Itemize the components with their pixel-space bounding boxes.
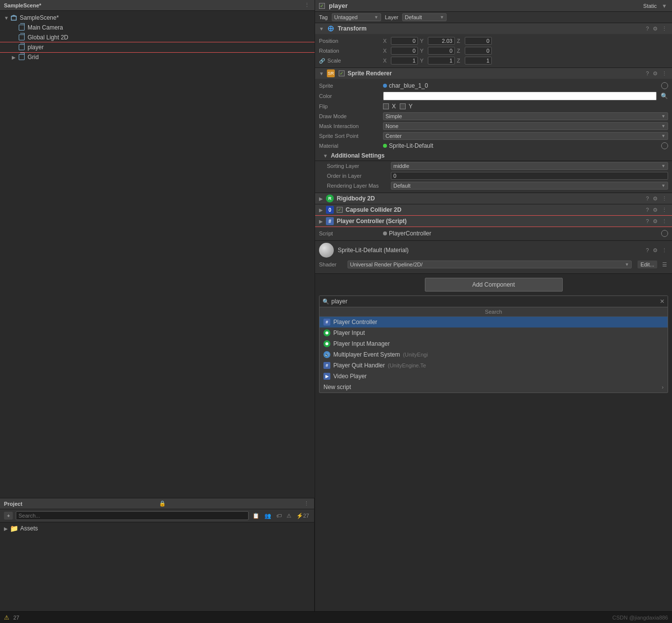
flip-y-checkbox[interactable]	[400, 103, 406, 109]
rigidbody2d-more-icon[interactable]: ⋮	[661, 196, 668, 202]
capsule-checkbox[interactable]	[337, 207, 343, 213]
project-add-button[interactable]: +	[4, 512, 13, 520]
sprite-target-icon[interactable]	[661, 82, 668, 89]
sprite-renderer-more-icon[interactable]: ⋮	[661, 70, 668, 77]
material-settings-icon[interactable]: ⚙	[652, 247, 659, 254]
new-script-result-label: New script	[323, 384, 351, 391]
position-z-input[interactable]: 0	[465, 37, 492, 45]
rotation-z-input[interactable]: 0	[465, 47, 492, 55]
material-target-icon[interactable]	[661, 142, 668, 149]
scale-x-label: X	[383, 58, 389, 64]
sprite-renderer-checkbox[interactable]	[339, 70, 345, 76]
flip-x-checkbox[interactable]	[383, 103, 389, 109]
project-three-dots[interactable]: ⋮	[303, 500, 310, 507]
rigidbody2d-help-icon[interactable]: ?	[645, 196, 650, 202]
project-icon4[interactable]: ⚠	[286, 513, 292, 519]
add-component-button[interactable]: Add Component	[425, 278, 563, 292]
rigidbody2d-title: Rigidbody 2D	[337, 195, 375, 202]
playercontroller-icon: #	[326, 217, 334, 225]
pos-x-label: X	[383, 38, 389, 44]
search-component-input[interactable]	[331, 298, 658, 305]
search-result-player-controller[interactable]: # Player Controller	[320, 317, 668, 328]
search-result-player-input-manager[interactable]: Player Input Manager	[320, 338, 668, 349]
layer-dropdown[interactable]: Default ▼	[402, 13, 447, 21]
multiplayer-result-dim: (UnityEngi	[403, 352, 428, 358]
transform-settings-icon[interactable]: ⚙	[652, 26, 659, 32]
project-lock-icon[interactable]: 🔒	[158, 500, 167, 507]
additional-settings-header[interactable]: ▼ Additional Settings	[315, 151, 672, 161]
position-x-input[interactable]: 0	[391, 37, 418, 45]
capsule-settings-icon[interactable]: ⚙	[652, 207, 659, 213]
color-picker[interactable]	[383, 92, 657, 100]
sprite-renderer-settings-icon[interactable]: ⚙	[652, 70, 659, 77]
project-icon3[interactable]: 🏷	[275, 513, 283, 519]
order-in-layer-input[interactable]: 0	[391, 172, 668, 180]
rigidbody2d-header[interactable]: ▶ R Rigidbody 2D ? ⚙ ⋮	[315, 193, 672, 204]
sorting-layer-dropdown[interactable]: middle ▼	[391, 162, 668, 170]
rotation-y-input[interactable]: 0	[428, 47, 455, 55]
scale-z-input[interactable]: 1	[465, 57, 492, 65]
sprite-expand-arrow: ▼	[319, 71, 324, 76]
hierarchy-item-grid[interactable]: ▶ Grid	[0, 52, 315, 62]
scale-y-input[interactable]: 1	[428, 57, 455, 65]
capsule-more-icon[interactable]: ⋮	[661, 207, 668, 213]
sprite-sort-point-dropdown[interactable]: Center ▼	[383, 132, 668, 140]
search-clear-icon[interactable]: ✕	[660, 298, 665, 305]
hierarchy-three-dots[interactable]: ⋮	[303, 2, 311, 8]
draw-mode-dropdown[interactable]: Simple ▼	[383, 112, 668, 120]
script-target-icon[interactable]	[661, 230, 668, 237]
assets-folder[interactable]: ▶ 📁 Assets	[4, 525, 38, 532]
mask-interaction-dropdown[interactable]: None ▼	[383, 122, 668, 130]
search-result-multiplayer-event[interactable]: 🔊 Multiplayer Event System (UnityEngi	[320, 349, 668, 360]
rotation-x-input[interactable]: 0	[391, 47, 418, 55]
position-y-input[interactable]: 2.03	[428, 37, 455, 45]
static-dropdown-arrow[interactable]: ▼	[661, 3, 668, 9]
material-more-icon[interactable]: ⋮	[661, 247, 668, 254]
transform-more-icon[interactable]: ⋮	[661, 26, 668, 32]
project-panel: Project 🔒 ⋮ + 📋 👥 🏷 ⚠ ⚡27 ▶ 📁	[0, 498, 315, 611]
hierarchy-item-samplescene[interactable]: ▼ SampleScene*	[0, 13, 315, 23]
color-dropper-icon[interactable]: 🔍	[661, 93, 668, 99]
shader-menu-icon[interactable]: ☰	[661, 262, 668, 268]
mask-interaction-row: Mask Interaction None ▼	[315, 121, 672, 131]
playercontroller-header[interactable]: ▶ # Player Controller (Script) ? ⚙ ⋮	[315, 216, 672, 227]
hierarchy-item-player[interactable]: player	[0, 42, 315, 52]
pc-help-icon[interactable]: ?	[645, 218, 650, 225]
sprite-renderer-header[interactable]: ▼ SR Sprite Renderer ? ⚙ ⋮	[315, 68, 672, 79]
search-result-video-player[interactable]: ▶ Video Player	[320, 371, 668, 382]
transform-header[interactable]: ▼ Transform ? ⚙ ⋮	[315, 23, 672, 34]
search-result-player-quit[interactable]: # Player Quit Handler (UnityEngine.Te	[320, 360, 668, 371]
shader-edit-button[interactable]: Edit...	[638, 261, 657, 268]
pc-more-icon[interactable]: ⋮	[661, 218, 668, 225]
material-section-icons: ? ⚙ ⋮	[645, 247, 668, 254]
rot-y-label: Y	[420, 48, 426, 54]
tag-dropdown[interactable]: Untagged ▼	[332, 13, 381, 21]
object-active-checkbox[interactable]	[319, 3, 325, 9]
sprite-renderer-help-icon[interactable]: ?	[645, 70, 650, 77]
pc-settings-icon[interactable]: ⚙	[652, 218, 659, 225]
project-title: Project	[4, 501, 22, 507]
rendering-layer-dropdown[interactable]: Default ▼	[391, 182, 668, 190]
samplescene-label: SampleScene*	[20, 14, 59, 21]
project-icon1[interactable]: 📋	[252, 513, 260, 519]
rigidbody2d-settings-icon[interactable]: ⚙	[652, 196, 659, 202]
hierarchy-item-globallight[interactable]: Global Light 2D	[0, 33, 315, 42]
project-search-input[interactable]	[16, 511, 248, 520]
assets-folder-label: Assets	[20, 525, 38, 532]
pos-z-label: Z	[457, 38, 463, 44]
multiplayer-result-label: Multiplayer Event System	[333, 351, 400, 358]
player-quit-result-icon: #	[323, 362, 330, 369]
material-help-icon[interactable]: ?	[645, 247, 650, 254]
transform-help-icon[interactable]: ?	[645, 26, 650, 32]
transform-component-icons: ? ⚙ ⋮	[645, 26, 668, 32]
search-result-player-input[interactable]: Player Input	[320, 328, 668, 338]
capsule-help-icon[interactable]: ?	[645, 207, 650, 213]
script-dot-icon	[383, 231, 387, 235]
hierarchy-item-maincamera[interactable]: Main Camera	[0, 23, 315, 33]
scale-x-input[interactable]: 1	[391, 57, 418, 65]
search-result-new-script[interactable]: New script ›	[320, 382, 668, 393]
capsulecollider2d-header[interactable]: ▶ 0 Capsule Collider 2D ? ⚙ ⋮	[315, 204, 672, 215]
shader-dropdown[interactable]: Universal Render Pipeline/2D/ ▼	[348, 261, 632, 268]
draw-mode-value: Simple ▼	[383, 112, 668, 120]
project-icon2[interactable]: 👥	[263, 513, 272, 519]
